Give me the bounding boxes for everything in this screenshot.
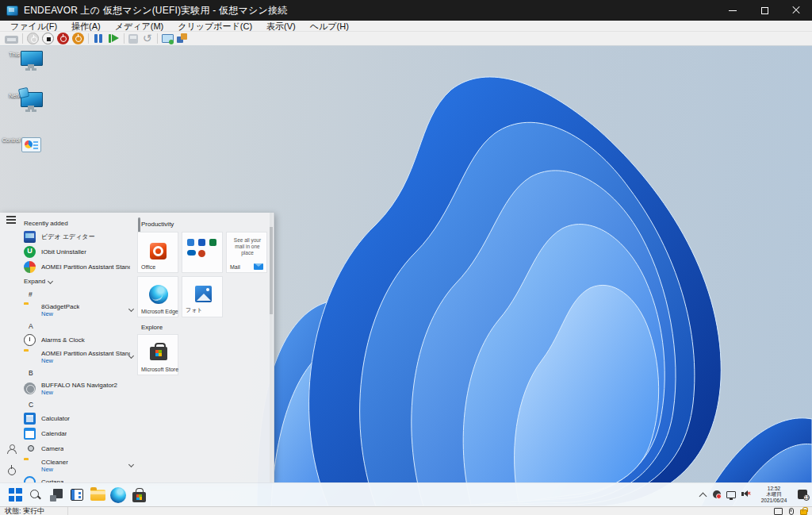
file-explorer-button[interactable] <box>87 483 108 507</box>
reset-icon[interactable] <box>108 33 120 44</box>
start-menu: Recently added ビデオ エディター IObit Uninstall… <box>0 213 274 482</box>
tile-photos[interactable]: フォト <box>182 276 223 317</box>
start-app-camera[interactable]: Camera <box>22 441 138 456</box>
tile-microsoft-edge[interactable]: Microsoft Edge <box>137 276 178 317</box>
window-controls <box>717 0 812 21</box>
system-tray: 12:52 木曜日 2021/06/24 13 <box>699 482 810 506</box>
section-letter[interactable]: A <box>22 319 138 332</box>
taskbar-store-button[interactable] <box>128 483 149 507</box>
menu-view[interactable]: 表示(V) <box>259 21 303 32</box>
window-title: ENDEAVOR 上の 仮想マシン(UEFI)実験用 - 仮想マシン接続 <box>24 4 287 17</box>
menu-action[interactable]: 操作(A) <box>64 21 108 32</box>
menu-file[interactable]: ファイル(F) <box>3 21 64 32</box>
start-menu-rail <box>0 213 22 482</box>
share-icon[interactable] <box>177 33 189 44</box>
title-bar: ENDEAVOR 上の 仮想マシン(UEFI)実験用 - 仮想マシン接続 <box>0 0 812 21</box>
mail-app-icon <box>71 489 83 501</box>
start-folder-8gadgetpack[interactable]: 8GadgetPack New <box>22 301 138 319</box>
new-badge: New <box>41 310 79 317</box>
start-app-iobit-uninstaller[interactable]: IObit Uninstaller <box>22 244 138 259</box>
volume-muted-icon[interactable] <box>741 490 750 499</box>
menu-media[interactable]: メディア(M) <box>108 21 171 32</box>
maximize-button[interactable] <box>749 0 780 21</box>
taskbar-search-button[interactable] <box>25 483 46 507</box>
start-app-calculator[interactable]: Calculator <box>22 411 138 426</box>
shut-down-icon[interactable] <box>57 33 69 44</box>
wallpaper-bloom <box>257 46 812 506</box>
start-app-calendar[interactable]: Calendar <box>22 426 138 441</box>
start-app-cortana[interactable]: Cortana <box>22 475 138 482</box>
recently-added-header: Recently added <box>22 217 138 229</box>
new-badge: New <box>41 389 117 396</box>
start-button[interactable] <box>5 483 25 507</box>
turn-off-icon[interactable] <box>42 33 54 44</box>
excel-icon <box>209 239 216 246</box>
tile-mail[interactable]: See all your mail in one place Mail <box>226 232 267 273</box>
desktop-icon-this-pc[interactable]: This PC <box>2 50 36 57</box>
tile-office[interactable]: Office <box>137 232 178 273</box>
expand-toggle[interactable]: Expand <box>22 275 138 287</box>
vm-connection-window: ENDEAVOR 上の 仮想マシン(UEFI)実験用 - 仮想マシン接続 ファイ… <box>0 0 812 515</box>
desktop-icon-control-panel[interactable]: Control Panel <box>2 136 36 143</box>
menu-bar: ファイル(F) 操作(A) メディア(M) クリップボード(C) 表示(V) ヘ… <box>0 21 812 32</box>
new-badge: New <box>41 357 130 364</box>
save-state-icon[interactable] <box>72 33 84 44</box>
cortana-icon <box>24 476 36 482</box>
guest-taskbar: 12:52 木曜日 2021/06/24 13 <box>0 482 812 506</box>
enhanced-session-icon[interactable] <box>162 33 174 45</box>
mouse-status-icon <box>789 508 794 515</box>
close-button[interactable] <box>780 0 812 21</box>
start-app-list: Recently added ビデオ エディター IObit Uninstall… <box>22 217 138 482</box>
status-bar: 状態: 実行中 <box>0 506 812 515</box>
tile-microsoft-store[interactable]: Microsoft Store <box>137 334 178 375</box>
powerpoint-icon <box>198 250 205 257</box>
menu-expand-button[interactable] <box>6 214 17 225</box>
section-letter[interactable]: # <box>22 287 138 301</box>
start-vm-icon[interactable] <box>27 33 39 44</box>
taskbar-edge-button[interactable] <box>108 483 128 507</box>
video-editor-icon <box>24 231 36 243</box>
tile-m365-apps[interactable] <box>182 232 223 273</box>
group-title-explore: Explore <box>141 324 163 331</box>
section-letter[interactable]: C <box>22 398 138 411</box>
pause-icon[interactable] <box>93 33 105 44</box>
ctrl-alt-del-icon[interactable] <box>5 36 18 44</box>
menu-help[interactable]: ヘルプ(H) <box>303 21 356 32</box>
hamburger-icon <box>6 219 16 221</box>
chevron-down-icon <box>48 278 53 283</box>
section-letter[interactable]: B <box>22 366 138 379</box>
menu-clipboard[interactable]: クリップボード(C) <box>170 21 259 32</box>
office-icon <box>150 243 167 259</box>
lock-status-icon <box>800 509 807 515</box>
new-badge: New <box>41 466 68 473</box>
start-menu-scrollbar[interactable] <box>270 213 273 482</box>
taskbar-mail-button[interactable] <box>67 483 87 507</box>
task-view-button[interactable] <box>46 483 67 507</box>
revert-icon[interactable]: ↺ <box>141 33 153 44</box>
store-icon <box>132 492 146 502</box>
vm-display[interactable]: This PC Network Control Panel Recently a… <box>0 46 812 506</box>
start-app-buffalo-nas[interactable]: BUFFALO NAS Navigator2 New <box>22 379 138 398</box>
minimize-icon <box>729 10 737 11</box>
mail-icon <box>254 263 263 270</box>
start-folder-aomei[interactable]: AOMEI Partition Assistant Standar... New <box>22 348 138 366</box>
edge-icon <box>149 285 168 304</box>
tray-app-icon[interactable] <box>713 490 721 498</box>
chevron-down-icon <box>128 462 134 467</box>
start-app-alarms-clock[interactable]: Alarms & Clock <box>22 332 138 348</box>
tray-display-icon[interactable] <box>726 491 736 498</box>
onenote-icon <box>198 239 205 246</box>
hidden-icons-chevron[interactable] <box>699 490 707 499</box>
action-center-icon[interactable]: 13 <box>798 490 807 499</box>
user-button[interactable] <box>6 444 17 455</box>
power-button[interactable] <box>6 465 17 476</box>
start-app-video-editor[interactable]: ビデオ エディター <box>22 229 138 244</box>
checkpoint-icon[interactable] <box>128 34 138 44</box>
tray-clock[interactable]: 12:52 木曜日 2021/06/24 <box>756 486 792 504</box>
minimize-button[interactable] <box>717 0 749 21</box>
word-icon <box>187 239 194 246</box>
start-folder-ccleaner[interactable]: CCleaner New <box>22 456 138 475</box>
desktop-icon-network[interactable]: Network <box>2 91 36 98</box>
folder-icon <box>90 490 105 501</box>
start-app-aomei[interactable]: AOMEI Partition Assistant Standard E... <box>22 259 138 275</box>
